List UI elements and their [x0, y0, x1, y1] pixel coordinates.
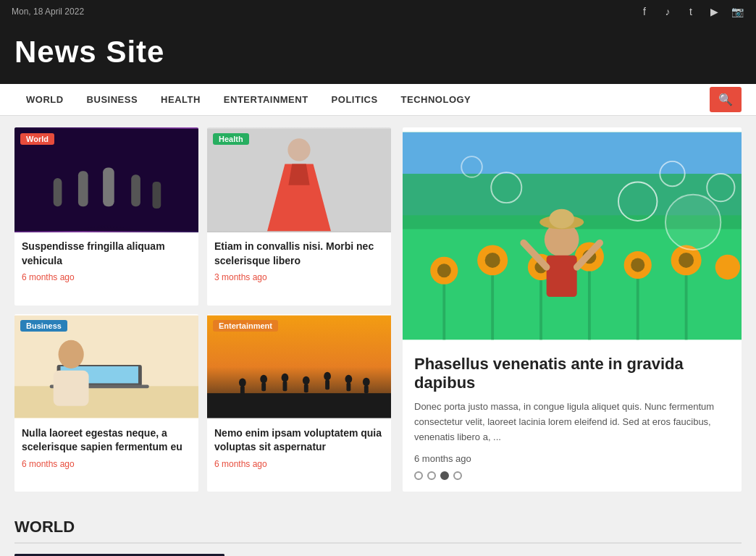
card-title-world: Suspendisse fringilla aliquam vehicula — [22, 240, 191, 268]
svg-point-49 — [679, 253, 694, 268]
nav-world[interactable]: WORLD — [14, 84, 75, 115]
card-body-entertainment: Nemo enim ipsam voluptatem quia voluptas… — [207, 419, 391, 478]
youtube-icon[interactable]: ▶ — [707, 4, 721, 19]
dot-2[interactable] — [427, 471, 436, 480]
site-header: News Site — [0, 23, 756, 84]
nav-technology[interactable]: TECHNOLOGY — [390, 84, 483, 115]
svg-rect-25 — [283, 381, 287, 391]
dot-4[interactable] — [453, 471, 462, 480]
dot-3[interactable] — [440, 471, 449, 480]
world-section-heading: WORLD — [0, 503, 756, 544]
card-image-world: World — [14, 127, 198, 232]
top-bar: Mon, 18 April 2022 f ♪ t ▶ 📷 — [0, 0, 756, 23]
svg-point-24 — [282, 373, 289, 382]
svg-rect-5 — [131, 174, 140, 206]
news-card-health: Health Etiam in convallis nisi. Morbi ne… — [207, 127, 391, 306]
search-button[interactable]: 🔍 — [710, 87, 742, 112]
badge-entertainment: Entertainment — [213, 320, 278, 332]
svg-point-8 — [287, 138, 310, 161]
news-grid: World — [14, 127, 391, 492]
featured-description: Donec porta justo massa, in congue ligul… — [414, 400, 730, 445]
nav-business[interactable]: BUSINESS — [75, 84, 149, 115]
svg-rect-4 — [103, 167, 114, 206]
svg-point-58 — [549, 209, 574, 229]
card-body-business: Nulla laoreet egestas neque, a scelerisq… — [14, 419, 198, 478]
tiktok-icon[interactable]: ♪ — [660, 4, 675, 19]
nav-entertainment[interactable]: ENTERTAINMENT — [212, 84, 320, 115]
svg-point-28 — [324, 372, 331, 381]
svg-point-45 — [485, 253, 500, 268]
svg-point-30 — [345, 374, 353, 383]
svg-rect-19 — [207, 393, 391, 418]
svg-rect-2 — [54, 178, 62, 206]
carousel-dots — [414, 471, 730, 480]
instagram-icon[interactable]: 📷 — [730, 4, 744, 19]
featured-article: Phasellus venenatis ante in gravida dapi… — [403, 127, 742, 492]
svg-rect-17 — [54, 371, 89, 406]
nav-politics[interactable]: POLITICS — [320, 84, 390, 115]
news-card-business: Business Nulla laoree — [14, 314, 198, 492]
card-image-business: Business — [14, 314, 198, 419]
svg-point-26 — [303, 376, 310, 384]
featured-body: Phasellus venenatis ante in gravida dapi… — [403, 345, 742, 492]
card-body-world: Suspendisse fringilla aliquam vehicula 6… — [14, 232, 198, 291]
svg-point-64 — [665, 195, 721, 250]
svg-point-44 — [437, 264, 451, 277]
card-time-business: 6 months ago — [22, 459, 191, 469]
svg-rect-3 — [78, 171, 88, 206]
svg-point-48 — [631, 258, 644, 272]
world-section-title: WORLD — [14, 518, 742, 544]
card-title-business: Nulla laoreet egestas neque, a scelerisq… — [22, 426, 191, 455]
card-time-entertainment: 6 months ago — [214, 459, 384, 469]
svg-rect-27 — [304, 384, 308, 392]
svg-rect-33 — [364, 385, 369, 393]
svg-rect-12 — [14, 386, 198, 418]
nav-health[interactable]: HEALTH — [149, 84, 212, 115]
facebook-icon[interactable]: f — [637, 4, 652, 19]
social-icons: f ♪ t ▶ 📷 — [637, 4, 744, 19]
featured-title: Phasellus venenatis ante in gravida dapi… — [414, 355, 730, 392]
svg-rect-23 — [261, 382, 266, 391]
nav-bar: WORLD BUSINESS HEALTH ENTERTAINMENT POLI… — [0, 84, 756, 116]
featured-time: 6 months ago — [414, 453, 730, 464]
svg-rect-59 — [547, 256, 577, 297]
site-title: News Site — [14, 35, 164, 69]
badge-business: Business — [20, 320, 67, 332]
nav-links: WORLD BUSINESS HEALTH ENTERTAINMENT POLI… — [14, 84, 482, 115]
news-card-world: World — [14, 127, 198, 306]
svg-point-22 — [260, 374, 267, 383]
svg-rect-21 — [240, 386, 245, 395]
svg-rect-31 — [346, 382, 350, 391]
card-body-health: Etiam in convallis nisi. Morbi nec scele… — [207, 232, 391, 291]
featured-image — [403, 127, 742, 345]
main-content: World — [0, 116, 756, 503]
dot-1[interactable] — [414, 471, 423, 480]
card-image-entertainment: Entertainment — [207, 314, 391, 419]
badge-world: World — [20, 133, 54, 145]
card-title-entertainment: Nemo enim ipsam voluptatem quia voluptas… — [214, 426, 384, 455]
date-label: Mon, 18 April 2022 — [12, 7, 84, 17]
svg-rect-6 — [153, 182, 161, 208]
svg-point-16 — [59, 340, 84, 368]
card-image-health: Health — [207, 127, 391, 232]
svg-point-43 — [715, 255, 740, 279]
twitter-icon[interactable]: t — [684, 4, 698, 19]
card-time-health: 3 months ago — [214, 272, 384, 282]
svg-point-20 — [239, 378, 246, 387]
news-card-entertainment: Entertainment — [207, 314, 391, 492]
svg-rect-29 — [325, 379, 329, 389]
svg-marker-10 — [288, 164, 309, 185]
card-title-health: Etiam in convallis nisi. Morbi nec scele… — [214, 240, 384, 268]
svg-point-32 — [363, 377, 370, 386]
badge-health: Health — [213, 133, 249, 145]
card-time-world: 6 months ago — [22, 272, 191, 282]
